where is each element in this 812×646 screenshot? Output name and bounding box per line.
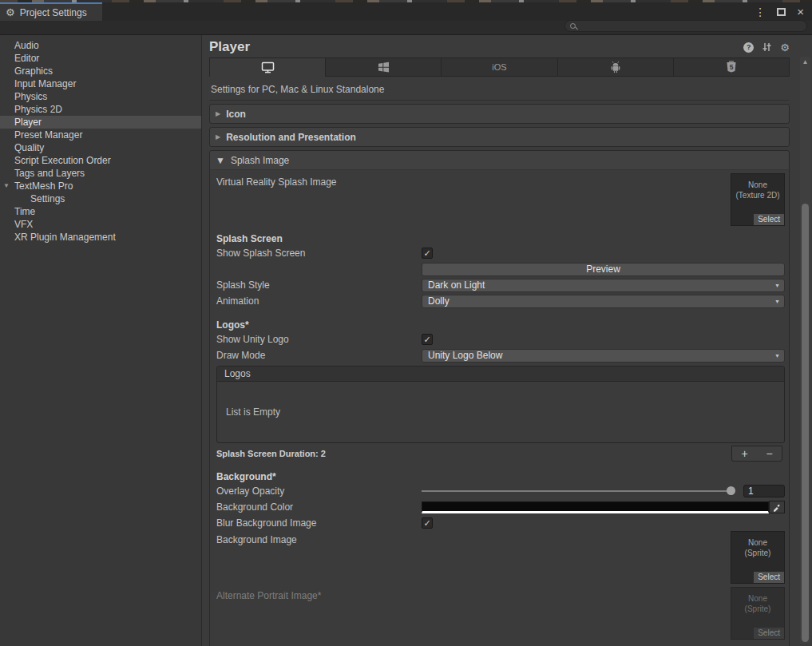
animation-dropdown[interactable]: Dolly ▼ <box>422 295 785 308</box>
ios-tab-label: iOS <box>492 62 506 72</box>
object-select-button[interactable]: Select <box>754 214 784 225</box>
presets-icon[interactable] <box>762 42 772 52</box>
sidebar-item-preset-manager[interactable]: Preset Manager <box>0 129 201 141</box>
sidebar-item-label: TextMesh Pro <box>14 180 73 192</box>
logos-list-header: Logos <box>217 367 784 382</box>
draw-mode-dropdown[interactable]: Unity Logo Below ▼ <box>422 349 785 363</box>
settings-category-sidebar: Audio Editor Graphics Input Manager Phys… <box>0 35 202 646</box>
tab-standalone[interactable] <box>209 57 326 77</box>
list-empty-text: List is Empty <box>226 406 280 418</box>
background-color-row: Background Color <box>216 499 785 515</box>
blur-background-row: Blur Background Image ✓ <box>216 515 785 531</box>
foldout-icon-section[interactable]: ▶ Icon <box>209 104 790 124</box>
check-icon: ✓ <box>423 335 430 344</box>
show-unity-logo-row: Show Unity Logo ✓ <box>216 331 785 347</box>
foldout-expanded-icon[interactable]: ▼ <box>3 180 10 192</box>
animation-value: Dolly <box>428 295 450 307</box>
draw-mode-value: Unity Logo Below <box>428 350 502 361</box>
show-splash-screen-row: Show Splash Screen ✓ <box>216 245 785 261</box>
scrollbar-thumb[interactable] <box>802 204 809 642</box>
tab-title: Project Settings <box>20 7 87 18</box>
blur-background-checkbox[interactable]: ✓ <box>422 517 433 529</box>
tab-ios[interactable]: iOS <box>442 57 557 77</box>
logos-header: Logos* <box>216 319 785 331</box>
background-image-object-picker[interactable]: None (Sprite) Select <box>731 531 785 584</box>
splash-style-dropdown[interactable]: Dark on Light ▼ <box>422 279 785 292</box>
sidebar-item-graphics[interactable]: Graphics <box>0 65 201 77</box>
splash-screen-header: Splash Screen <box>216 232 785 245</box>
overlay-opacity-slider[interactable] <box>422 490 735 492</box>
tab-android[interactable] <box>558 57 674 77</box>
sidebar-item-label: Script Execution Order <box>14 155 111 166</box>
sidebar-item-input-manager[interactable]: Input Manager <box>0 77 201 90</box>
show-splash-screen-label: Show Splash Screen <box>216 248 422 259</box>
sidebar-item-textmesh-pro[interactable]: ▼ TextMesh Pro <box>0 180 201 192</box>
foldout-splash-image[interactable]: ▼ Splash Image <box>210 151 789 170</box>
vertical-scrollbar[interactable]: ▲ <box>800 57 810 644</box>
vr-splash-object-picker[interactable]: None (Texture 2D) Select <box>731 173 785 226</box>
sidebar-item-quality[interactable]: Quality <box>0 141 201 154</box>
sidebar-item-label: Quality <box>14 142 44 153</box>
sidebar-item-label: Physics <box>14 91 47 102</box>
sidebar-item-editor[interactable]: Editor <box>0 52 201 65</box>
help-icon[interactable]: ? <box>743 42 754 53</box>
eyedropper-button[interactable] <box>769 501 785 513</box>
logos-list-title: Logos <box>224 368 251 379</box>
sidebar-item-script-execution-order[interactable]: Script Execution Order <box>0 154 201 167</box>
splash-style-row: Splash Style Dark on Light ▼ <box>216 277 785 293</box>
overlay-opacity-row: Overlay Opacity 1 <box>216 483 785 499</box>
sidebar-item-label: Tags and Layers <box>14 168 85 179</box>
show-unity-logo-checkbox[interactable]: ✓ <box>422 334 433 345</box>
kebab-menu-icon[interactable]: ⋮ <box>755 6 766 18</box>
tab-windows-store[interactable] <box>326 57 442 77</box>
sidebar-item-label: XR Plugin Management <box>14 232 116 243</box>
logos-list-footer: Splash Screen Duration: 2 + − <box>216 445 785 462</box>
preview-row: Preview <box>216 261 785 277</box>
platform-subtitle: Settings for PC, Mac & Linux Standalone <box>211 84 790 95</box>
tab-webgl[interactable]: 5 <box>674 57 790 77</box>
scroll-up-arrow-icon[interactable]: ▲ <box>800 58 810 65</box>
alternate-portrait-image-row: Alternate Portrait Image* None (Sprite) … <box>216 587 785 643</box>
preview-button[interactable]: Preview <box>422 263 785 276</box>
add-button[interactable]: + <box>741 448 747 459</box>
sidebar-item-label: Settings <box>30 193 65 204</box>
page-title: Player <box>209 39 250 55</box>
search-icon <box>570 23 576 29</box>
check-icon: ✓ <box>423 249 430 258</box>
sidebar-item-audio[interactable]: Audio <box>0 39 201 52</box>
foldout-collapsed-icon: ▶ <box>216 110 220 117</box>
object-select-button[interactable]: Select <box>754 572 784 583</box>
android-icon <box>609 61 622 73</box>
sidebar-item-label: Player <box>14 117 42 128</box>
close-icon[interactable]: × <box>797 6 804 18</box>
background-color-swatch[interactable] <box>422 501 769 513</box>
overlay-opacity-value[interactable]: 1 <box>743 485 785 497</box>
sidebar-item-textmesh-settings[interactable]: Settings <box>0 192 201 205</box>
foldout-resolution-section[interactable]: ▶ Resolution and Presentation <box>209 127 790 147</box>
draw-mode-label: Draw Mode <box>216 350 422 361</box>
unity-project-settings-window: ⚙ Project Settings ⋮ × Audio Editor Grap… <box>0 0 812 646</box>
sidebar-item-tags-and-layers[interactable]: Tags and Layers <box>0 167 201 180</box>
sidebar-item-vfx[interactable]: VFX <box>0 218 201 231</box>
project-settings-tab[interactable]: ⚙ Project Settings <box>0 2 102 21</box>
preview-button-label: Preview <box>586 264 620 275</box>
sidebar-item-xr-plugin-management[interactable]: XR Plugin Management <box>0 231 201 244</box>
platform-tab-bar: iOS 5 <box>209 57 790 77</box>
foldout-collapsed-icon: ▶ <box>216 133 220 141</box>
sidebar-item-time[interactable]: Time <box>0 205 201 218</box>
chevron-down-icon: ▼ <box>774 353 780 359</box>
object-value-line1: None <box>731 593 784 604</box>
search-input[interactable] <box>564 20 807 32</box>
sidebar-item-player[interactable]: Player <box>0 116 201 129</box>
slider-thumb[interactable] <box>727 486 735 495</box>
splash-style-value: Dark on Light <box>428 279 485 291</box>
background-color-label: Background Color <box>216 501 422 513</box>
sidebar-item-physics-2d[interactable]: Physics 2D <box>0 103 201 116</box>
show-splash-screen-checkbox[interactable]: ✓ <box>422 248 433 259</box>
remove-button[interactable]: − <box>766 448 772 459</box>
sidebar-item-physics[interactable]: Physics <box>0 90 201 103</box>
settings-gear-icon[interactable]: ⚙ <box>780 42 790 53</box>
object-select-button: Select <box>754 628 784 639</box>
logos-list-body[interactable]: List is Empty <box>217 382 784 442</box>
maximize-icon[interactable] <box>777 8 786 16</box>
